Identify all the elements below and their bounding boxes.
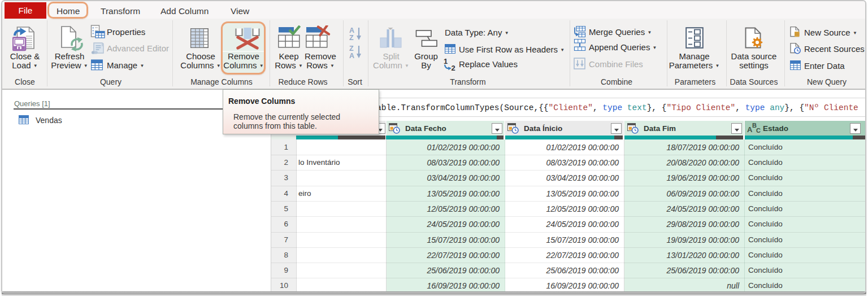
svg-text:Z: Z xyxy=(349,34,354,42)
svg-text:2: 2 xyxy=(452,64,455,72)
svg-text:Z: Z xyxy=(349,45,354,53)
svg-text:A: A xyxy=(349,27,354,34)
svg-text:A: A xyxy=(349,52,354,60)
svg-text:1: 1 xyxy=(444,58,448,65)
